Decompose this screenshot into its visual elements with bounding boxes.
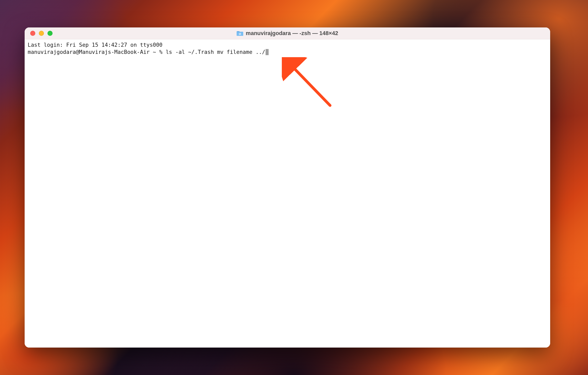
window-title-group: manuvirajgodara — -zsh — 148×42 xyxy=(237,30,338,37)
folder-icon xyxy=(237,30,243,36)
window-title: manuvirajgodara — -zsh — 148×42 xyxy=(246,30,338,37)
command-input[interactable]: ls -al ~/.Trash mv filename ../ xyxy=(166,49,265,55)
terminal-content-area[interactable]: Last login: Fri Sep 15 14:42:27 on ttys0… xyxy=(25,39,550,348)
minimize-button[interactable] xyxy=(39,31,44,36)
last-login-line: Last login: Fri Sep 15 14:42:27 on ttys0… xyxy=(28,41,547,49)
close-button[interactable] xyxy=(30,31,35,36)
zoom-button[interactable] xyxy=(47,31,53,36)
prompt-line: manuvirajgodara@Manuvirajs-MacBook-Air ~… xyxy=(28,49,547,56)
terminal-window: manuvirajgodara — -zsh — 148×42 Last log… xyxy=(25,27,550,348)
shell-prompt: manuvirajgodara@Manuvirajs-MacBook-Air ~… xyxy=(28,49,166,55)
terminal-cursor xyxy=(266,49,269,55)
window-titlebar[interactable]: manuvirajgodara — -zsh — 148×42 xyxy=(25,27,550,39)
traffic-lights-group xyxy=(25,31,53,36)
